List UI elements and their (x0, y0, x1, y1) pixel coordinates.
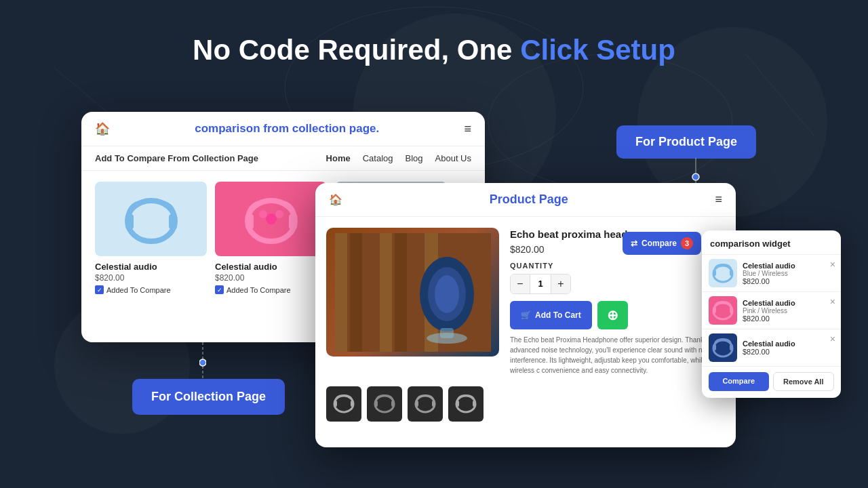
thumbnail-4[interactable] (448, 386, 484, 422)
svg-point-48 (713, 303, 732, 319)
compare-item-1: Celestial audio Blue / Wireless $820.00 … (702, 254, 841, 291)
svg-point-4 (127, 201, 175, 241)
thumb-svg-3 (412, 392, 439, 415)
compare-item-svg-3 (709, 333, 737, 362)
added-compare-text-1: Added To Compare (106, 286, 171, 294)
nav-blog[interactable]: Blog (405, 153, 422, 163)
cart-icon: 🛒 (521, 310, 531, 320)
compare-checkbox-2[interactable] (215, 285, 224, 294)
nav-catalog[interactable]: Catalog (363, 153, 393, 163)
compare-item-info-2: Celestial audio Pink / Wireless $820.00 (743, 299, 834, 323)
nav-home[interactable]: Home (326, 153, 351, 163)
compare-item-image-2 (709, 296, 737, 325)
product-hamburger-icon: ≡ (715, 192, 722, 207)
quantity-label: QUANTITY (510, 262, 725, 270)
thumbnail-3[interactable] (408, 386, 443, 422)
compare-item-price-1: $820.00 (743, 277, 834, 285)
thumb-svg-1 (330, 392, 357, 415)
product-description: The Echo beat Proxima Headphone offer su… (510, 335, 725, 375)
svg-point-11 (259, 210, 267, 218)
product-name-2: Celestial audio (215, 262, 327, 272)
product-price-2: $820.00 (215, 273, 327, 283)
product-main-svg (335, 233, 491, 352)
svg-rect-21 (335, 233, 347, 352)
heading-highlight: Click Setup (520, 34, 675, 66)
collection-window-title: comparison from collection page. (195, 122, 379, 136)
for-product-button-label: For Product Page (635, 135, 737, 148)
compare-toggle-button[interactable]: ⇄ Compare 3 (623, 232, 701, 255)
compare-item-svg-1 (709, 259, 737, 287)
compare-item-image-1 (709, 259, 737, 287)
svg-point-33 (334, 396, 353, 412)
compare-item-close-3[interactable]: × (830, 333, 835, 344)
remove-all-button[interactable]: Remove All (773, 372, 835, 391)
add-to-cart-button[interactable]: 🛒 Add To Cart (510, 301, 592, 329)
quantity-increase-button[interactable]: + (551, 274, 570, 293)
svg-point-45 (713, 266, 732, 282)
product-card-1: Celestial audio $820.00 Added To Compare (95, 182, 207, 294)
headphone-svg-2 (231, 190, 312, 248)
thumbnail-row (315, 386, 736, 430)
compare-item-3: Celestial audio $820.00 × (702, 329, 841, 366)
thumbnail-1[interactable] (326, 386, 361, 422)
added-compare-2: Added To Compare (215, 285, 327, 294)
svg-point-10 (266, 214, 277, 224)
compare-item-svg-2 (709, 296, 737, 325)
compare-item-info-3: Celestial audio $820.00 (743, 340, 834, 356)
quantity-value: 1 (530, 274, 551, 293)
svg-rect-32 (440, 328, 454, 338)
compare-item-image-3 (709, 333, 737, 362)
compare-item-variant-2: Pink / Wireless (743, 307, 834, 314)
main-heading: No Code Required, One Click Setup (193, 34, 675, 66)
product-main-image (326, 228, 499, 357)
compare-item-close-2[interactable]: × (830, 296, 835, 307)
compare-checkbox-1[interactable] (95, 285, 104, 294)
compare-item-price-3: $820.00 (743, 348, 834, 356)
thumbnail-2[interactable] (367, 386, 402, 422)
compare-add-icon: ⊕ (607, 307, 618, 323)
thumb-svg-4 (452, 392, 479, 415)
headphone-svg-1 (111, 190, 192, 248)
product-price-1: $820.00 (95, 273, 207, 283)
svg-point-36 (375, 396, 394, 412)
compare-item-2: Celestial audio Pink / Wireless $820.00 … (702, 291, 841, 329)
nav-about[interactable]: About Us (435, 153, 471, 163)
compare-item-price-2: $820.00 (743, 314, 834, 323)
quantity-decrease-button[interactable]: − (511, 274, 530, 293)
compare-now-button[interactable]: Compare (709, 372, 769, 391)
compare-count-badge: 3 (681, 237, 693, 249)
for-product-button[interactable]: For Product Page (616, 125, 756, 159)
svg-point-42 (456, 396, 475, 412)
svg-rect-23 (365, 233, 377, 352)
compare-item-variant-1: Blue / Wireless (743, 270, 834, 277)
compare-arrows-icon: ⇄ (631, 239, 637, 248)
compare-widget: comparison widget Celestial audio Blue /… (702, 230, 841, 398)
action-buttons: 🛒 Add To Cart ⊕ (510, 301, 725, 329)
product-image-2 (215, 182, 327, 256)
svg-rect-24 (380, 233, 392, 352)
home-icon: 🏠 (95, 121, 110, 136)
added-compare-text-2: Added To Compare (226, 286, 291, 294)
added-compare-1: Added To Compare (95, 285, 207, 294)
compare-toggle-label: Compare (642, 239, 677, 248)
svg-point-30 (435, 275, 459, 313)
product-home-icon: 🏠 (329, 193, 342, 206)
svg-rect-25 (395, 233, 407, 352)
collection-window-header: 🏠 comparison from collection page. ≡ (81, 112, 485, 146)
add-to-cart-label: Add To Cart (535, 310, 581, 320)
product-image-1 (95, 182, 207, 256)
svg-rect-22 (350, 233, 362, 352)
svg-point-12 (275, 210, 283, 218)
collection-nav-label: Add To Compare From Collection Page (95, 153, 258, 163)
for-collection-button[interactable]: For Collection Page (132, 379, 285, 415)
product-window-header: 🏠 Product Page ≡ (315, 183, 736, 217)
compare-widget-actions: Compare Remove All (702, 366, 841, 398)
compare-item-name-2: Celestial audio (743, 299, 834, 307)
heading-plain: No Code Required, One (193, 34, 520, 66)
add-compare-button[interactable]: ⊕ (597, 301, 628, 329)
compare-item-close-1[interactable]: × (830, 259, 835, 270)
thumb-svg-2 (371, 392, 398, 415)
svg-point-17 (199, 359, 206, 366)
product-window-title: Product Page (490, 192, 568, 207)
compare-widget-title: comparison widget (702, 230, 841, 254)
